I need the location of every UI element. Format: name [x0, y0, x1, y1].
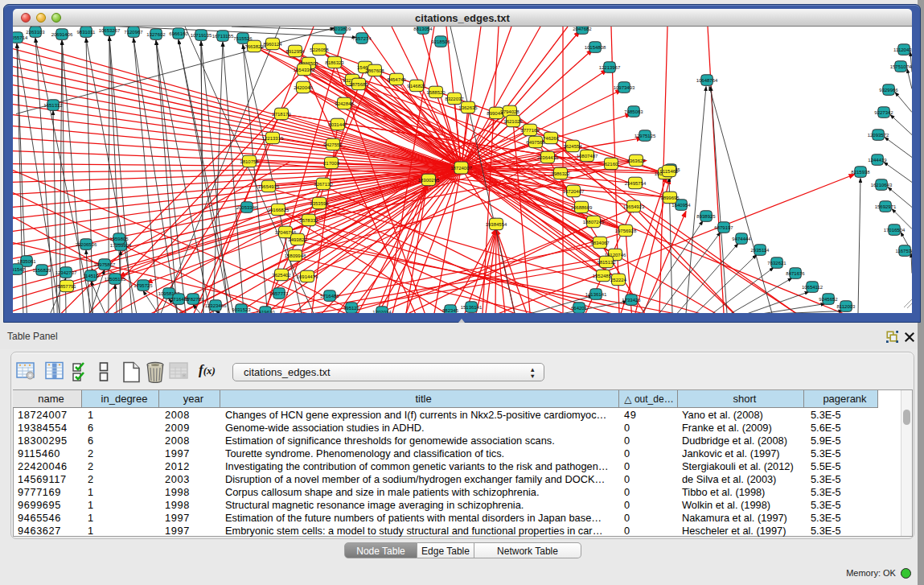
svg-text:19384554: 19384554 — [486, 221, 507, 226]
svg-text:12093572: 12093572 — [868, 132, 889, 137]
svg-text:12213319: 12213319 — [262, 135, 284, 140]
svg-text:6497566: 6497566 — [526, 139, 545, 144]
svg-text:5226058: 5226058 — [310, 47, 329, 51]
svg-text:1795725: 1795725 — [133, 282, 153, 287]
svg-text:9427552: 9427552 — [323, 142, 343, 146]
svg-text:9242848: 9242848 — [335, 101, 354, 105]
svg-text:1835061: 1835061 — [17, 258, 36, 263]
svg-text:9329966: 9329966 — [879, 87, 898, 92]
svg-text:1419610: 1419610 — [256, 309, 275, 313]
svg-text:9831011: 9831011 — [77, 29, 97, 34]
svg-text:10807487: 10807487 — [577, 153, 598, 158]
svg-text:12975125: 12975125 — [634, 133, 656, 138]
svg-text:7625402: 7625402 — [272, 272, 291, 277]
svg-text:62160: 62160 — [605, 161, 618, 166]
svg-text:10654112: 10654112 — [802, 284, 823, 289]
svg-text:8322037: 8322037 — [445, 96, 464, 101]
svg-text:7986322: 7986322 — [551, 171, 570, 175]
svg-text:2718170: 2718170 — [272, 111, 291, 116]
svg-text:18807249: 18807249 — [583, 219, 605, 224]
svg-text:7120967: 7120967 — [124, 29, 143, 34]
svg-text:8454749: 8454749 — [387, 76, 406, 81]
svg-text:7632621: 7632621 — [767, 260, 786, 265]
svg-text:12342737: 12342737 — [55, 270, 77, 274]
svg-text:1327602: 1327602 — [146, 31, 166, 36]
svg-text:9146821: 9146821 — [407, 83, 426, 88]
svg-text:995123: 995123 — [343, 305, 360, 310]
svg-text:9777169: 9777169 — [520, 127, 540, 132]
svg-text:1588520: 1588520 — [426, 89, 446, 94]
svg-text:8938925: 8938925 — [696, 213, 716, 218]
svg-text:20053346: 20053346 — [236, 204, 258, 209]
svg-text:9227342: 9227342 — [874, 109, 893, 114]
svg-text:14136141: 14136141 — [585, 291, 607, 296]
svg-text:9857791: 9857791 — [57, 283, 76, 288]
svg-text:11120431: 11120431 — [893, 47, 912, 51]
svg-text:12323466: 12323466 — [205, 303, 227, 307]
svg-text:8186323: 8186323 — [325, 60, 344, 64]
svg-text:1156829: 1156829 — [33, 267, 52, 272]
svg-text:1621025: 1621025 — [503, 118, 523, 123]
svg-text:8031447: 8031447 — [328, 122, 347, 126]
svg-text:1244419: 1244419 — [868, 157, 887, 162]
svg-text:23495754: 23495754 — [625, 180, 647, 185]
svg-text:664201: 664201 — [571, 305, 588, 310]
svg-text:3493822: 3493822 — [288, 237, 307, 241]
svg-text:8813054: 8813054 — [413, 27, 433, 31]
svg-text:9474444: 9474444 — [732, 236, 751, 241]
svg-text:1733426: 1733426 — [622, 297, 641, 302]
svg-text:19166825: 19166825 — [268, 207, 290, 212]
svg-text:8112003: 8112003 — [837, 303, 856, 308]
svg-text:9899695: 9899695 — [660, 195, 680, 200]
svg-text:9457771: 9457771 — [269, 290, 289, 295]
svg-text:13654923: 13654923 — [623, 204, 645, 208]
svg-text:1353594: 1353594 — [310, 200, 329, 205]
svg-text:19756928: 19756928 — [615, 228, 637, 233]
svg-text:9218506: 9218506 — [431, 39, 450, 43]
svg-text:15751074: 15751074 — [890, 64, 912, 68]
svg-text:17016504: 17016504 — [884, 227, 906, 232]
svg-text:18300295: 18300295 — [418, 177, 440, 182]
svg-text:20364436: 20364436 — [537, 154, 559, 159]
svg-text:8912954: 8912954 — [285, 48, 305, 53]
svg-text:3267130: 3267130 — [314, 181, 333, 186]
svg-text:2935114: 2935114 — [751, 247, 770, 252]
svg-text:10653267: 10653267 — [99, 27, 121, 32]
svg-text:9794028: 9794028 — [500, 109, 519, 113]
svg-text:3875685: 3875685 — [349, 81, 368, 86]
svg-text:16914479: 16914479 — [297, 274, 318, 278]
svg-text:391547: 391547 — [13, 266, 26, 271]
svg-text:882345: 882345 — [442, 307, 459, 312]
svg-text:7663822: 7663822 — [244, 43, 264, 48]
svg-text:2420046: 2420046 — [294, 84, 313, 89]
svg-text:10648764: 10648764 — [696, 77, 718, 82]
svg-text:4363627: 4363627 — [626, 158, 646, 163]
svg-text:7357274: 7357274 — [352, 35, 372, 40]
svg-text:15692971: 15692971 — [875, 204, 897, 208]
svg-text:13716485: 13716485 — [168, 296, 190, 301]
svg-text:16033809: 16033809 — [330, 27, 351, 31]
svg-text:252224: 252224 — [610, 277, 627, 282]
svg-text:10973493: 10973493 — [614, 84, 635, 89]
svg-text:16210643: 16210643 — [871, 182, 893, 187]
svg-text:1810755: 1810755 — [240, 159, 259, 163]
svg-text:6879197: 6879197 — [714, 225, 733, 229]
svg-text:19654935: 19654935 — [258, 183, 280, 188]
svg-text:14055714: 14055714 — [13, 35, 28, 39]
svg-text:8215938: 8215938 — [851, 169, 870, 174]
svg-text:9031523: 9031523 — [232, 307, 251, 311]
svg-text:16713155: 16713155 — [212, 33, 234, 38]
svg-text:20206536: 20206536 — [76, 241, 97, 246]
svg-text:8471676: 8471676 — [786, 270, 805, 275]
svg-text:1959805: 1959805 — [109, 236, 129, 241]
svg-text:10688609: 10688609 — [571, 204, 593, 209]
svg-text:20691406: 20691406 — [51, 31, 73, 36]
svg-text:12505135: 12505135 — [105, 276, 126, 281]
svg-text:8960124: 8960124 — [263, 41, 282, 46]
svg-text:1202014: 1202014 — [372, 309, 392, 313]
svg-text:1167533: 1167533 — [896, 248, 912, 253]
svg-text:15809948: 15809948 — [285, 253, 306, 257]
svg-text:5716485: 5716485 — [320, 293, 339, 298]
svg-text:13720407: 13720407 — [563, 188, 585, 193]
svg-text:6966160: 6966160 — [169, 31, 188, 35]
